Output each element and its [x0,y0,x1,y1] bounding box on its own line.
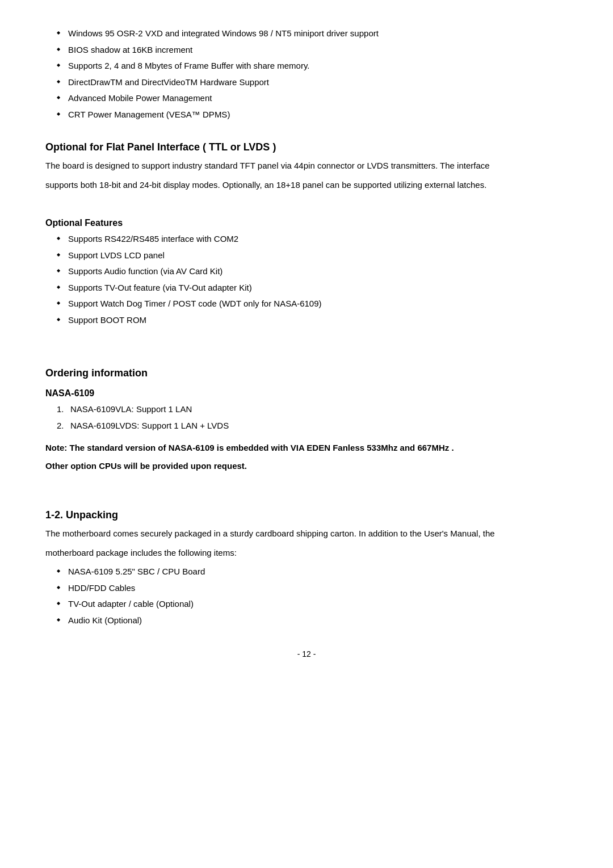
list-item: CRT Power Management (VESA™ DPMS) [57,108,568,121]
list-item: Support Watch Dog Timer / POST code (WDT… [57,297,568,311]
optional-features-list: Supports RS422/RS485 interface with COM2… [57,233,568,326]
intro-bullet-list: Windows 95 OSR-2 VXD and integrated Wind… [57,27,568,121]
flat-panel-body2: supports both 18-bit and 24-bit display … [45,178,568,192]
list-item: NASA-6109 5.25" SBC / CPU Board [57,565,568,578]
list-item: BIOS shadow at 16KB increment [57,44,568,57]
flat-panel-body1: The board is designed to support industr… [45,159,568,173]
list-item: Supports RS422/RS485 interface with COM2 [57,233,568,246]
ordering-heading: Ordering information [45,367,568,379]
unpacking-list: NASA-6109 5.25" SBC / CPU BoardHDD/FDD C… [57,565,568,627]
ordering-note1: Note: The standard version of NASA-6109 … [45,441,568,455]
optional-features-heading: Optional Features [45,218,568,228]
unpacking-body1: The motherboard comes securely packaged … [45,527,568,540]
nasa-6109-subheading: NASA-6109 [45,388,568,399]
list-item: Support LVDS LCD panel [57,249,568,262]
list-item: 2.NASA-6109LVDS: Support 1 LAN + LVDS [57,420,568,433]
flat-panel-heading: Optional for Flat Panel Interface ( TTL … [45,141,568,153]
list-item: Windows 95 OSR-2 VXD and integrated Wind… [57,27,568,40]
unpacking-body2: motherboard package includes the followi… [45,546,568,560]
list-item: Advanced Mobile Power Management [57,92,568,105]
unpacking-heading: 1-2. Unpacking [45,509,568,521]
list-item: Support BOOT ROM [57,314,568,327]
list-item: HDD/FDD Cables [57,582,568,595]
ordering-note2: Other option CPUs will be provided upon … [45,459,568,473]
list-item: 1.NASA-6109VLA: Support 1 LAN [57,403,568,416]
page-number: - 12 - [45,649,568,659]
list-item: Supports 2, 4 and 8 Mbytes of Frame Buff… [57,60,568,73]
list-item: TV-Out adapter / cable (Optional) [57,598,568,611]
list-item: Audio Kit (Optional) [57,614,568,627]
list-item: DirectDrawTM and DirectVideoTM Hardware … [57,76,568,89]
list-item: Supports TV-Out feature (via TV-Out adap… [57,282,568,295]
list-item: Supports Audio function (via AV Card Kit… [57,265,568,278]
ordering-list: 1.NASA-6109VLA: Support 1 LAN2.NASA-6109… [57,403,568,432]
